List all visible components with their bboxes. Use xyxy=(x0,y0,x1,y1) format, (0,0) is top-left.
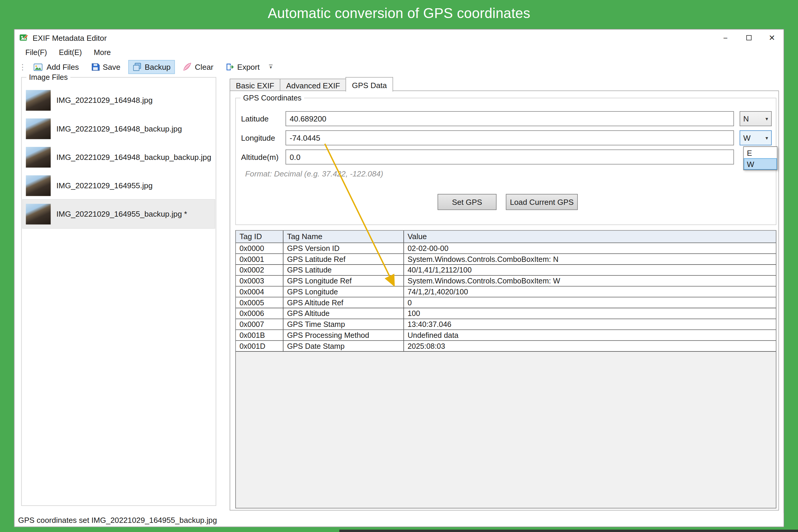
save-icon xyxy=(91,63,100,72)
tab-strip: Basic EXIF Advanced EXIF GPS Data xyxy=(230,77,393,92)
gps-coordinates-groupbox: GPS Coordinates Latitude N ▾ Lon xyxy=(235,98,776,225)
tab-basic-exif[interactable]: Basic EXIF xyxy=(230,79,281,91)
chevron-down-icon: ▾ xyxy=(765,135,768,140)
cell-tag-name: GPS Altitude Ref xyxy=(283,297,404,308)
column-header-value[interactable]: Value xyxy=(404,231,776,243)
longitude-ref-slot: W ▾ xyxy=(740,130,772,145)
tab-advanced-exif[interactable]: Advanced EXIF xyxy=(280,79,346,91)
menubar: File(F) Edit(E) More xyxy=(15,46,783,58)
app-icon xyxy=(19,33,28,42)
list-item[interactable]: IMG_20221029_164948_backup.jpg xyxy=(23,114,214,143)
cell-tag-name: GPS Latitude Ref xyxy=(283,254,404,264)
table-row[interactable]: 0x0007 GPS Time Stamp 13:40:37.046 xyxy=(236,319,776,330)
maximize-button[interactable] xyxy=(737,30,760,46)
latitude-label: Latitude xyxy=(241,114,286,123)
longitude-row: Longitude W ▾ xyxy=(241,130,772,146)
dropdown-option-e[interactable]: E xyxy=(744,147,777,158)
clear-button[interactable]: Clear xyxy=(178,60,217,74)
longitude-ref-combo[interactable]: W ▾ xyxy=(740,130,772,145)
save-button[interactable]: Save xyxy=(87,60,125,74)
clear-icon xyxy=(182,63,192,72)
page-title: Automatic conversion of GPS coordinates xyxy=(0,6,798,22)
file-thumbnail xyxy=(26,147,51,167)
cell-tag-id: 0x0007 xyxy=(236,319,283,329)
list-item-selected[interactable]: IMG_20221029_164955_backup.jpg * xyxy=(23,200,214,228)
tab-gps-data[interactable]: GPS Data xyxy=(346,77,393,92)
latitude-row: Latitude N ▾ xyxy=(241,111,772,127)
latitude-input[interactable] xyxy=(285,111,734,126)
cell-tag-id: 0x0003 xyxy=(236,276,283,286)
table-header: Tag ID Tag Name Value xyxy=(236,231,776,243)
gps-buttons-row: Set GPS Load Current GPS xyxy=(236,194,776,210)
cell-tag-name: GPS Longitude xyxy=(283,287,404,297)
status-text: GPS coordinates set IMG_20221029_164955_… xyxy=(18,515,217,524)
save-label: Save xyxy=(102,63,120,72)
latitude-ref-value: N xyxy=(743,114,749,123)
window-controls: − ✕ xyxy=(714,30,783,46)
table-row[interactable]: 0x0003 GPS Longitude Ref System.Windows.… xyxy=(236,276,776,287)
image-files-group-label: Image Files xyxy=(26,73,70,81)
table-row[interactable]: 0x0002 GPS Latitude 40/1,41/1,2112/100 xyxy=(236,265,776,276)
table-row[interactable]: 0x0000 GPS Version ID 02-02-00-00 xyxy=(236,243,776,254)
file-name: IMG_20221029_164955.jpg xyxy=(56,181,153,190)
window-title: EXIF Metadata Editor xyxy=(33,33,107,42)
cell-value: 13:40:37.046 xyxy=(404,319,776,329)
cell-value: 0 xyxy=(404,297,776,308)
cell-tag-id: 0x001D xyxy=(236,341,283,351)
export-button[interactable]: Export xyxy=(221,60,264,74)
toolbar: ⋮ Add Files xyxy=(15,58,783,76)
file-thumbnail xyxy=(26,204,51,224)
chevron-down-icon: ▾ xyxy=(765,116,768,121)
altitude-input[interactable] xyxy=(285,149,734,164)
add-files-icon xyxy=(34,63,43,71)
toolbar-overflow-button[interactable]: ▾ xyxy=(269,65,272,70)
table-row[interactable]: 0x0005 GPS Altitude Ref 0 xyxy=(236,297,776,308)
longitude-ref-dropdown-list: E W xyxy=(743,146,778,170)
file-name: IMG_20221029_164948.jpg xyxy=(56,96,153,104)
column-header-tag-id[interactable]: Tag ID xyxy=(236,231,283,243)
cell-tag-name: GPS Latitude xyxy=(283,265,404,275)
titlebar[interactable]: EXIF Metadata Editor − ✕ xyxy=(15,30,783,46)
set-gps-button[interactable]: Set GPS xyxy=(438,194,497,210)
clear-label: Clear xyxy=(195,63,213,72)
cell-tag-name: GPS Altitude xyxy=(283,308,404,319)
backup-icon xyxy=(132,63,142,72)
table-row[interactable]: 0x001B GPS Processing Method Undefined d… xyxy=(236,330,776,341)
latitude-ref-combo[interactable]: N ▾ xyxy=(740,111,772,126)
longitude-input[interactable] xyxy=(285,130,734,145)
backup-button[interactable]: Backup xyxy=(128,60,175,74)
table-row[interactable]: 0x0004 GPS Longitude 74/1,2/1,4020/100 xyxy=(236,287,776,298)
close-button[interactable]: ✕ xyxy=(760,30,784,46)
cell-tag-id: 0x0000 xyxy=(236,243,283,253)
list-item[interactable]: IMG_20221029_164948_backup_backup.jpg xyxy=(23,143,214,171)
add-files-button[interactable]: Add Files xyxy=(30,60,83,74)
file-name: IMG_20221029_164948_backup.jpg xyxy=(56,124,182,133)
backup-label: Backup xyxy=(145,63,171,72)
cell-tag-id: 0x0006 xyxy=(236,308,283,319)
longitude-ref-value: W xyxy=(743,133,751,142)
menu-more[interactable]: More xyxy=(89,47,115,57)
table-row[interactable]: 0x001D GPS Date Stamp 2025:08:03 xyxy=(236,341,776,352)
cell-tag-id: 0x001B xyxy=(236,330,283,341)
minimize-button[interactable]: − xyxy=(714,30,737,46)
menu-file[interactable]: File(F) xyxy=(21,47,52,57)
dropdown-option-w[interactable]: W xyxy=(744,158,777,170)
cell-value: 40/1,41/1,2112/100 xyxy=(404,265,776,275)
table-row[interactable]: 0x0001 GPS Latitude Ref System.Windows.C… xyxy=(236,254,776,265)
file-name: IMG_20221029_164948_backup_backup.jpg xyxy=(56,152,211,162)
app-window: EXIF Metadata Editor − ✕ File(F) Edit(E)… xyxy=(14,29,784,527)
table-row[interactable]: 0x0006 GPS Altitude 100 xyxy=(236,308,776,319)
taskbar-edge xyxy=(339,530,798,532)
file-thumbnail xyxy=(26,90,51,111)
load-current-gps-button[interactable]: Load Current GPS xyxy=(506,194,578,210)
column-header-tag-name[interactable]: Tag Name xyxy=(283,231,404,243)
image-files-groupbox: Image Files IMG_20221029_164948.jpg IMG_… xyxy=(21,77,216,506)
cell-value: System.Windows.Controls.ComboBoxItem: N xyxy=(404,254,776,264)
list-item[interactable]: IMG_20221029_164948.jpg xyxy=(23,86,214,114)
list-item[interactable]: IMG_20221029_164955.jpg xyxy=(23,171,214,200)
cell-tag-id: 0x0004 xyxy=(236,287,283,297)
cell-tag-name: GPS Time Stamp xyxy=(283,319,404,329)
menu-edit[interactable]: Edit(E) xyxy=(54,47,87,57)
add-files-label: Add Files xyxy=(47,63,79,72)
toolbar-grip-icon[interactable]: ⋮ xyxy=(19,62,26,72)
